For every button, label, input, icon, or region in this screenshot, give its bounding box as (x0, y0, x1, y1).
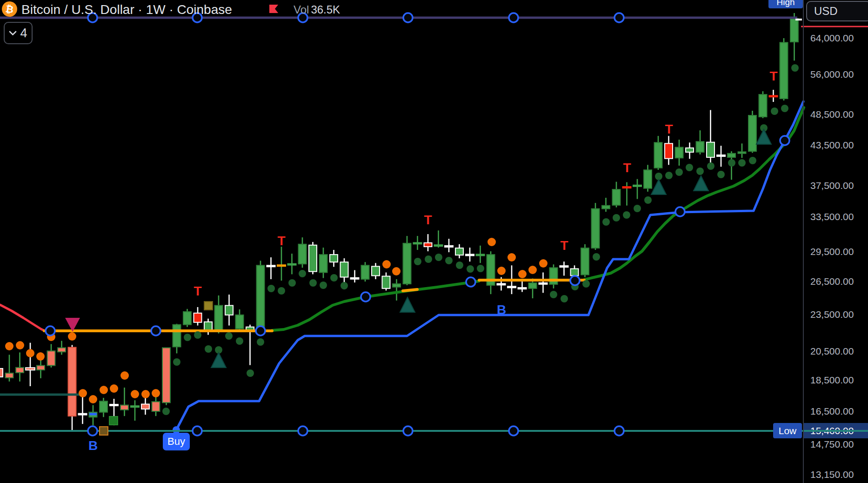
price-tick-label: 23,500.00 (810, 309, 866, 320)
price-tick-label: 29,500.00 (810, 246, 866, 257)
price-tick-label: 20,500.00 (810, 346, 866, 357)
price-tick-label: 43,500.00 (810, 140, 866, 151)
low-line-badge[interactable]: Low (773, 423, 802, 438)
chart-window: TTTTTTTBB ₿ Bitcoin / U.S. Dollar · 1W ·… (0, 0, 868, 483)
high-line-badge[interactable]: High (768, 0, 803, 8)
price-tick-label: 33,500.00 (810, 211, 866, 222)
chevron-down-icon (9, 31, 17, 36)
indicator-count: 4 (20, 26, 27, 40)
price-tick-label: 18,500.00 (810, 375, 866, 386)
price-tick-label: 56,000.00 (810, 69, 866, 80)
volume-indicator: Vol36.5K (294, 3, 340, 16)
price-tick-label: 16,500.00 (810, 406, 866, 417)
buy-signal-badge[interactable]: Buy (163, 433, 190, 450)
price-tick-label: 37,500.00 (810, 180, 866, 191)
indicators-collapse-button[interactable]: 4 (4, 22, 33, 44)
volume-value: 36.5K (311, 3, 340, 16)
volume-label: Vol (294, 3, 309, 16)
price-tick-label: 48,500.00 (810, 109, 866, 120)
symbol-title[interactable]: Bitcoin / U.S. Dollar · 1W · Coinbase (21, 2, 232, 17)
price-tick-label: 64,000.00 (810, 33, 866, 44)
price-axis[interactable]: 64,000.0056,000.0048,500.0043,500.0037,5… (0, 0, 868, 483)
price-tick-label: 13,150.00 (810, 469, 866, 480)
price-tick-label: 26,500.00 (810, 276, 866, 287)
flag-icon[interactable] (268, 4, 279, 15)
price-tick-label: 14,750.00 (810, 439, 866, 450)
currency-selector[interactable]: USD (806, 1, 868, 21)
